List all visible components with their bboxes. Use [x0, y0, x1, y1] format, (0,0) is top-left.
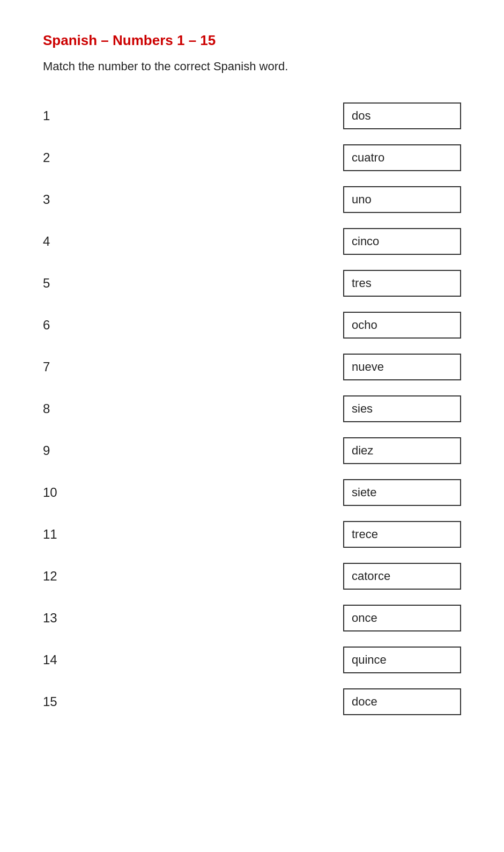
word-box[interactable]: quince [343, 647, 461, 673]
page-title: Spanish – Numbers 1 – 15 [43, 32, 461, 49]
number-label: 5 [43, 276, 86, 291]
number-label: 14 [43, 652, 86, 667]
word-box[interactable]: tres [343, 270, 461, 297]
word-box[interactable]: cuatro [343, 144, 461, 171]
match-row: 14quince [43, 639, 461, 681]
number-label: 2 [43, 150, 86, 165]
match-row: 3uno [43, 179, 461, 221]
word-box[interactable]: nueve [343, 354, 461, 380]
number-label: 10 [43, 485, 86, 500]
match-container: 1dos2cuatro3uno4cinco5tres6ocho7nueve8si… [43, 95, 461, 723]
match-row: 5tres [43, 262, 461, 304]
match-row: 1dos [43, 95, 461, 137]
word-box[interactable]: dos [343, 102, 461, 129]
match-row: 15doce [43, 681, 461, 723]
match-row: 4cinco [43, 221, 461, 262]
number-label: 12 [43, 569, 86, 584]
word-box[interactable]: sies [343, 395, 461, 422]
word-box[interactable]: diez [343, 437, 461, 464]
match-row: 8sies [43, 388, 461, 430]
number-label: 13 [43, 611, 86, 626]
number-label: 3 [43, 192, 86, 207]
number-label: 11 [43, 527, 86, 542]
word-box[interactable]: ocho [343, 312, 461, 339]
match-row: 10siete [43, 472, 461, 513]
match-row: 9diez [43, 430, 461, 472]
word-box[interactable]: catorce [343, 563, 461, 590]
number-label: 4 [43, 234, 86, 249]
number-label: 7 [43, 359, 86, 374]
match-row: 2cuatro [43, 137, 461, 179]
word-box[interactable]: cinco [343, 228, 461, 255]
word-box[interactable]: siete [343, 479, 461, 506]
number-label: 1 [43, 108, 86, 123]
match-row: 12catorce [43, 555, 461, 597]
word-box[interactable]: uno [343, 186, 461, 213]
number-label: 6 [43, 318, 86, 333]
word-box[interactable]: once [343, 605, 461, 631]
match-row: 7nueve [43, 346, 461, 388]
word-box[interactable]: trece [343, 521, 461, 548]
number-label: 8 [43, 401, 86, 416]
match-row: 6ocho [43, 304, 461, 346]
instructions-text: Match the number to the correct Spanish … [43, 60, 461, 74]
word-box[interactable]: doce [343, 688, 461, 715]
number-label: 15 [43, 694, 86, 709]
match-row: 13once [43, 597, 461, 639]
match-row: 11trece [43, 513, 461, 555]
number-label: 9 [43, 443, 86, 458]
